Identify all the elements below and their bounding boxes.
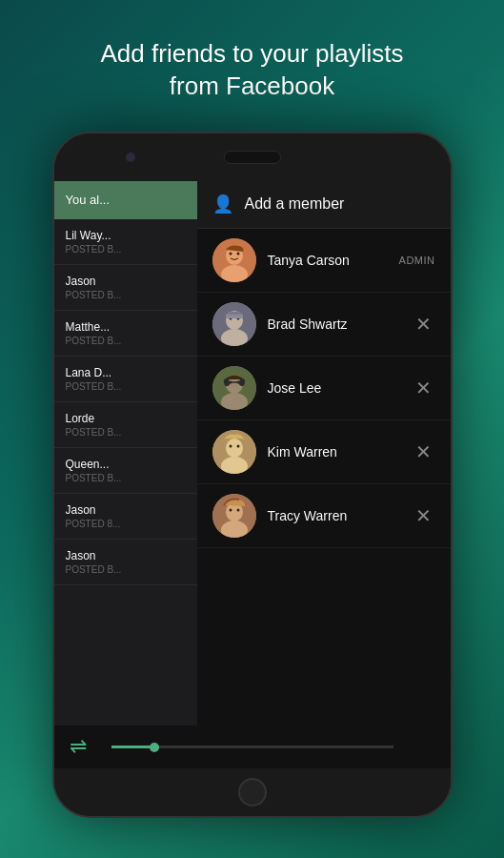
member-avatar [212,430,256,474]
playlist-item-name: Lil Way... [66,229,191,242]
header: Add friends to your playlists from Faceb… [72,0,433,132]
phone-screen: You al... Lil Way... POSTED B... Jason P… [54,181,451,768]
member-name: Kim Warren [268,444,401,460]
phone-top-bar [54,133,451,181]
svg-point-28 [229,508,232,511]
playlist-item[interactable]: Lana D... POSTED B... [54,357,202,402]
playlist-item-name: Jason [66,275,191,288]
remove-member-button[interactable]: ✕ [413,377,435,399]
member-name: Brad Shwartz [268,317,401,332]
playlist-item[interactable]: Jason POSTED B... [54,265,202,311]
remove-member-button[interactable]: ✕ [413,313,435,336]
playlist-item-name: Jason [66,549,191,562]
member-item: Brad Shwartz ✕ [197,293,451,357]
playlist-item[interactable]: Matthe... POSTED B... [54,311,202,357]
svg-point-4 [236,252,239,255]
playlist-item[interactable]: Jason POSTED B... [54,540,202,585]
playlist-item[interactable]: Lil Way... POSTED B... [54,219,202,265]
playlist-item[interactable]: Queen... POSTED B... [54,448,202,494]
playlist-item-name: Jason [66,503,191,517]
modal-title: Add a member [245,195,345,213]
member-avatar [212,302,256,346]
header-line1: Add friends to your playlists [101,39,404,68]
modal-header: 👤 Add a member [197,181,451,229]
svg-point-29 [236,508,239,511]
member-avatar [212,494,256,538]
member-item: Tracy Warren ✕ [197,484,451,548]
phone-bottom [54,768,451,816]
playlist-item-sub: POSTED 8... [66,519,191,529]
svg-rect-11 [228,312,241,315]
svg-point-24 [236,444,239,447]
member-item: Kim Warren ✕ [197,420,451,484]
member-item: Tanya Carson ADMIN [197,229,451,293]
progress-dot [150,743,159,752]
playlist-item-name: Lana D... [66,366,191,379]
screen-bottom-bar: ⇌ [54,725,451,768]
playlist-bg: You al... Lil Way... POSTED B... Jason P… [54,181,202,768]
playlist-item-sub: POSTED B... [66,427,191,438]
shuffle-button[interactable]: ⇌ [70,734,87,759]
playlist-item-name: Lorde [66,412,191,425]
playlist-item[interactable]: Lorde POSTED B... [54,402,202,448]
playlist-item-name: Matthe... [66,320,191,334]
playlist-item-sub: POSTED B... [66,336,191,346]
svg-point-3 [229,252,232,255]
playlist-item-sub: POSTED B... [66,244,191,255]
playlist-item-sub: POSTED B... [66,564,191,575]
playlist-item-sub: POSTED B... [66,381,191,392]
playlist-item-sub: POSTED B... [66,473,191,483]
playlist-item-sub: POSTED B... [66,290,191,300]
member-name: Tanya Carson [268,253,388,268]
member-avatar [212,366,256,410]
header-line2: from Facebook [170,72,334,100]
phone-camera [126,153,135,162]
admin-badge: ADMIN [399,255,435,266]
playlist-header-text: You al... [66,193,111,207]
phone-speaker [224,151,281,164]
modal-overlay: 👤 Add a member Tanya Carson ADMIN Brad S… [197,181,451,768]
member-name: Tracy Warren [268,508,401,523]
svg-point-21 [226,439,243,458]
playlist-item[interactable]: Jason POSTED 8... [54,494,202,540]
add-member-icon: 👤 [212,194,233,214]
phone-container: You al... Lil Way... POSTED B... Jason P… [52,132,453,818]
remove-member-button[interactable]: ✕ [413,504,435,527]
member-avatar [212,238,256,282]
svg-point-23 [229,444,232,447]
member-list: Tanya Carson ADMIN Brad Shwartz ✕ Jose L… [197,229,451,548]
playlist-item-name: Queen... [66,458,191,471]
home-button[interactable] [238,778,267,807]
playlist-items: Lil Way... POSTED B... Jason POSTED B...… [54,219,202,585]
remove-member-button[interactable]: ✕ [413,440,435,463]
member-item: Jose Lee ✕ [197,357,451,420]
playlist-header: You al... [54,181,202,219]
member-name: Jose Lee [268,380,401,396]
